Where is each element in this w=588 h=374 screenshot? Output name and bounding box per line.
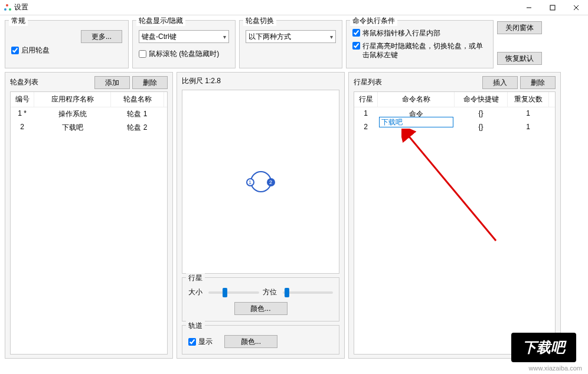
size-slider[interactable]: [208, 291, 259, 294]
planet-group: 行星 大小 方位 颜色...: [182, 277, 339, 321]
table-row[interactable]: 2 下载吧 轮盘 2: [11, 121, 167, 134]
wheel-th-id: 编号: [11, 92, 34, 107]
cond2-label: 行星高亮时隐藏轮盘，切换轮盘，或单击鼠标左键: [362, 42, 487, 60]
logo-watermark: 下载吧: [511, 333, 576, 362]
planet-1-icon: 1: [246, 178, 254, 186]
switch-legend: 轮盘切换: [243, 16, 276, 26]
planet-list-panel: 行星列表 插入 删除 行星 命令名称 命令快捷键 重复次数 1 命令 {} 1: [348, 72, 561, 359]
delete-planet-button[interactable]: 删除: [520, 76, 556, 89]
planet-table: 行星 命令名称 命令快捷键 重复次数 1 命令 {} 1 2 {} 1: [354, 91, 556, 355]
planet-legend: 行星: [186, 273, 205, 283]
scroll-checkbox[interactable]: [139, 50, 146, 58]
orbit-circle: 1 2: [250, 171, 272, 192]
planet-th-name: 命令名称: [378, 92, 455, 107]
wheel-th-name: 轮盘名称: [111, 92, 164, 107]
track-color-button[interactable]: 颜色...: [224, 335, 277, 348]
add-button[interactable]: 添加: [94, 76, 130, 89]
wheel-list-panel: 轮盘列表 添加 删除 编号 应用程序名称 轮盘名称 1 * 操作系统 轮盘 1: [5, 72, 173, 359]
conditions-legend: 命令执行条件: [350, 16, 397, 26]
angle-label: 方位: [263, 287, 279, 297]
angle-slider[interactable]: [283, 291, 334, 294]
cond1-checkbox[interactable]: [352, 29, 360, 37]
window-controls: [517, 0, 588, 15]
showhide-group: 轮盘显示/隐藏 键盘-Ctrl键 ▾ 鼠标滚轮 (轮盘隐藏时): [132, 20, 236, 68]
enable-wheel-checkbox[interactable]: [11, 47, 19, 54]
switch-select[interactable]: 以下两种方式 ▾: [246, 30, 336, 43]
enable-wheel-label: 启用轮盘: [21, 45, 50, 55]
planet-th-id: 行星: [354, 92, 378, 107]
close-button[interactable]: [564, 0, 588, 15]
scroll-label: 鼠标滚轮 (轮盘隐藏时): [149, 49, 219, 59]
planet-list-title: 行星列表: [354, 77, 382, 87]
showhide-select-value: 键盘-Ctrl键: [142, 32, 177, 42]
more-button[interactable]: 更多...: [81, 30, 122, 43]
show-track-label: 显示: [198, 337, 213, 347]
wheel-th-app: 应用程序名称: [34, 92, 111, 107]
track-legend: 轨道: [186, 321, 205, 331]
restore-default-button[interactable]: 恢复默认: [497, 52, 542, 65]
conditions-group: 命令执行条件 将鼠标指针移入行星内部 行星高亮时隐藏轮盘，切换轮盘，或单击鼠标左…: [346, 20, 494, 68]
switch-group: 轮盘切换 以下两种方式 ▾: [239, 20, 342, 68]
window-title: 设置: [14, 2, 517, 12]
showhide-legend: 轮盘显示/隐藏: [136, 16, 185, 26]
orbit-preview: 1 2: [182, 90, 339, 274]
svg-line-5: [407, 134, 496, 241]
svg-rect-1: [550, 5, 555, 10]
switch-select-value: 以下两种方式: [249, 32, 291, 42]
wheel-list-title: 轮盘列表: [10, 77, 38, 87]
planet-th-shortcut: 命令快捷键: [455, 92, 508, 107]
delete-button[interactable]: 删除: [132, 76, 168, 89]
show-track-checkbox[interactable]: [188, 338, 196, 346]
general-group: 常规 更多... 启用轮盘: [5, 20, 129, 68]
size-label: 大小: [188, 287, 205, 297]
wheel-table: 编号 应用程序名称 轮盘名称 1 * 操作系统 轮盘 1 2 下载吧 轮盘 2: [10, 91, 168, 355]
titlebar: 设置: [0, 0, 588, 15]
cond1-label: 将鼠标指针移入行星内部: [362, 29, 440, 38]
scale-label: 比例尺 1:2.8: [182, 76, 339, 86]
chevron-down-icon: ▾: [223, 34, 226, 40]
preview-panel: 比例尺 1:2.8 1 2 行星 大小 方位 颜色... 轨道: [177, 72, 345, 359]
close-window-button[interactable]: 关闭窗体: [497, 21, 542, 34]
chevron-down-icon: ▾: [330, 34, 333, 40]
cond2-checkbox[interactable]: [352, 42, 360, 50]
showhide-select[interactable]: 键盘-Ctrl键 ▾: [139, 30, 229, 43]
planet-2-icon: 2: [267, 178, 275, 186]
table-row[interactable]: 1 * 操作系统 轮盘 1: [11, 107, 167, 121]
general-legend: 常规: [9, 16, 28, 26]
cell-edit-input[interactable]: [379, 117, 453, 127]
planet-color-button[interactable]: 颜色...: [234, 302, 288, 315]
app-icon: [4, 4, 12, 12]
track-group: 轨道 显示 颜色...: [182, 325, 339, 355]
annotation-arrow-icon: [401, 129, 508, 247]
minimize-button[interactable]: [517, 0, 541, 15]
insert-button[interactable]: 插入: [482, 76, 518, 89]
maximize-button[interactable]: [541, 0, 564, 15]
planet-th-repeat: 重复次数: [508, 92, 549, 107]
url-watermark: www.xiazaiba.com: [529, 365, 582, 372]
